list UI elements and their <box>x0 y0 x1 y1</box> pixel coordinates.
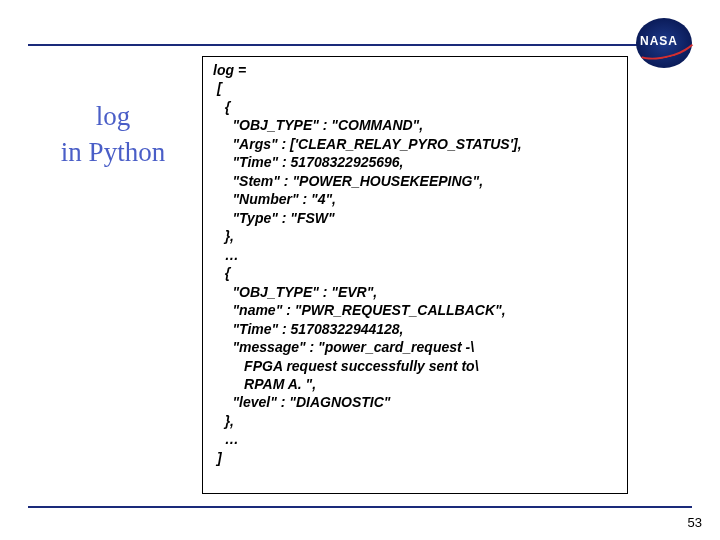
code-block: log = [ { "OBJ_TYPE" : "COMMAND", "Args"… <box>202 56 628 494</box>
top-divider <box>28 44 692 46</box>
nasa-logo: NASA <box>636 18 698 68</box>
bottom-divider <box>28 506 692 508</box>
page-number: 53 <box>688 515 702 530</box>
title-line-1: log <box>96 101 131 131</box>
nasa-swoosh-icon <box>629 20 700 65</box>
slide-title: log in Python <box>38 98 188 171</box>
title-line-2: in Python <box>61 137 165 167</box>
